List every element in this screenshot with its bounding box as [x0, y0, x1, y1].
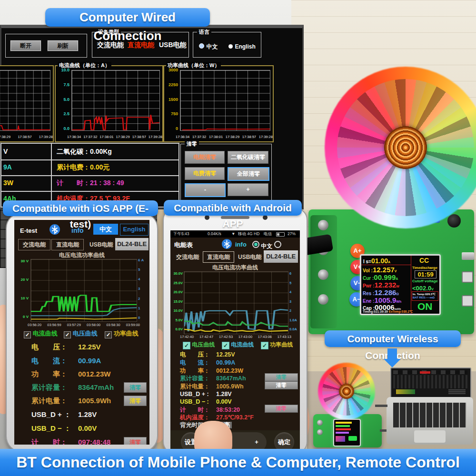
tick-label: 17:43:13 [278, 335, 291, 339]
banner-wired: Computer Wired Connection [45, 8, 210, 27]
ios-row-voltage: 电 压：12.25V [31, 343, 101, 352]
ios-tab-ac[interactable]: 交流电能 [18, 239, 50, 250]
clear-group-label: 清零 [185, 140, 199, 147]
android-clear-timer-button[interactable]: 清零 [265, 405, 298, 413]
tick-label: 10.0V [171, 308, 183, 313]
checkbox-icon[interactable]: ✓ [105, 331, 112, 338]
ios-legend-power[interactable]: ✓ 功率曲线 [105, 329, 139, 338]
tactile-button[interactable] [462, 271, 473, 283]
tick-label: 17:38:29 [0, 135, 10, 139]
ios-tab-usb[interactable]: USB电能 [89, 241, 113, 249]
stat-cost: 累计电费：0.00元 [57, 163, 109, 172]
checkbox-icon[interactable]: ✓ [261, 342, 268, 349]
camera-dot [205, 215, 209, 220]
ios-tab-dc[interactable]: 直流电能 [51, 239, 84, 250]
power-curve [180, 70, 270, 130]
ios-y-right: 6 A 5 4 3 2 1 0 [138, 258, 149, 320]
tick-label: 2250 [165, 83, 178, 87]
tick-label: 03:56:59 [47, 323, 61, 327]
android-legend-current[interactable]: ✓ 电流曲线 [222, 341, 254, 349]
minus-button[interactable]: - [185, 183, 226, 197]
clear-all-button[interactable]: 全部清零 [228, 167, 269, 181]
android-clear-capacity-button[interactable]: 清零 [265, 373, 298, 381]
clear-energy-button[interactable]: 电能清零 [185, 151, 225, 164]
android-info-link[interactable]: info [235, 241, 247, 248]
android-tab-dc[interactable]: 直流电能 [203, 251, 234, 263]
tick-label: 2.5 [57, 112, 69, 116]
usb-cable [375, 405, 387, 407]
checkbox-icon[interactable]: ✓ [64, 331, 71, 338]
disconnect-button[interactable]: 断开 [10, 40, 41, 51]
ios-voltage-curve [31, 307, 137, 316]
ios-lang-zh-button[interactable]: 中文 [93, 224, 118, 235]
laptop [387, 367, 473, 446]
ios-row-current: 电 流：00.99A [31, 357, 101, 366]
ios-row-timer: 计 时：097:48:48 [31, 438, 110, 445]
checkbox-icon[interactable]: ✓ [183, 342, 190, 349]
clear-co2-button[interactable]: 二氧化碳清零 [228, 151, 268, 164]
radio-chinese[interactable]: 中文 [199, 42, 218, 51]
android-x-ticks: 17:42:40 17:42:47 17:42:53 17:43:00 17:4… [180, 335, 291, 339]
refresh-button[interactable]: 刷新 [48, 40, 78, 51]
android-tab-usb[interactable]: USB电能 [238, 253, 261, 261]
tick-label: 0 [138, 316, 149, 320]
tick-label: 4 [138, 277, 149, 281]
voltage-curve [0, 70, 50, 130]
clear-groupbox: 清零 电能清零 二氧化碳清零 电费清零 全部清零 - + [180, 144, 272, 205]
language-label: 语言 [197, 29, 211, 35]
down-arrow-icon [387, 348, 397, 359]
ios-legend-current[interactable]: ✓ 电流曲线 [24, 329, 58, 338]
checkbox-icon[interactable]: ✓ [222, 342, 229, 349]
tick-label: 15.0V [171, 299, 183, 304]
tick-label: 17:38:57 [18, 135, 31, 139]
checkbox-icon[interactable]: ✓ [24, 331, 31, 338]
tick-label: 03:58:00 [87, 323, 100, 327]
set-current-value: 01.00 [371, 257, 388, 265]
android-tab-ac[interactable]: 交流电能 [176, 253, 199, 261]
tick-label: 17:38:57 [132, 135, 146, 139]
tick-label: 0.0 [57, 127, 69, 131]
set-current-label: I s= [363, 259, 371, 264]
android-tab-device[interactable]: DL24-BLE [264, 250, 298, 263]
tick-label: 1 [138, 306, 149, 310]
plus-button[interactable]: + [228, 183, 268, 196]
tick-label: 17:38:29 [116, 135, 129, 139]
bluetooth-icon[interactable] [50, 224, 60, 235]
status-battery: 27% [288, 230, 296, 238]
ios-legend-voltage[interactable]: ✓ 电压曲线 [64, 329, 98, 338]
android-clear-energy-button[interactable]: 清零 [265, 381, 298, 389]
tick-label: 17:38:01 [99, 135, 113, 139]
mode-cc: CC [419, 257, 429, 264]
ios-row-energy: 累计电量：1005.9Wh [31, 397, 111, 406]
tactile-button[interactable] [462, 295, 473, 307]
android-legend-voltage[interactable]: ✓ 电压曲线 [183, 341, 215, 349]
radio-english[interactable]: English [228, 42, 256, 50]
tick-label: 03:56:20 [28, 323, 41, 327]
tick-label: 17:39:28 [149, 135, 162, 139]
ios-tab-device[interactable]: DL24-BLE [115, 238, 149, 250]
cutoff-label: Cutoff voltage [412, 279, 438, 283]
ios-lang-en-button[interactable]: English [120, 224, 149, 236]
ios-clear-energy-button[interactable]: 清零 [124, 396, 147, 406]
tick-label: 17:43:00 [238, 335, 252, 339]
radio-dot-icon [199, 43, 204, 49]
android-legend-power[interactable]: ✓ 功率曲线 [261, 341, 293, 349]
ios-clear-capacity-button[interactable]: 清零 [124, 382, 147, 393]
tick-label: 20.0V [171, 290, 183, 294]
terminal-screw [318, 269, 328, 280]
ios-clear-timer-button[interactable]: 清零 [124, 437, 147, 445]
battery-icon [276, 232, 285, 237]
discharge-time: 01:59 [415, 270, 436, 278]
camera-dot [263, 215, 268, 220]
tick-label: 17:39:28 [259, 135, 273, 139]
pwr-value: 12.232 [374, 281, 396, 289]
terminal-screw [318, 220, 328, 230]
terminal-screw [318, 294, 328, 305]
clear-cost-button[interactable]: 电费清零 [185, 167, 225, 180]
terminal-screw [317, 429, 323, 435]
tick-label: 30.0V [171, 271, 183, 276]
timing-text: Timing:021:39:39 [363, 310, 388, 313]
bluetooth-icon[interactable] [222, 239, 232, 249]
android-radio-zh[interactable]: 中文 [252, 241, 272, 250]
tab-usb-power[interactable]: USB电能 [159, 41, 187, 50]
